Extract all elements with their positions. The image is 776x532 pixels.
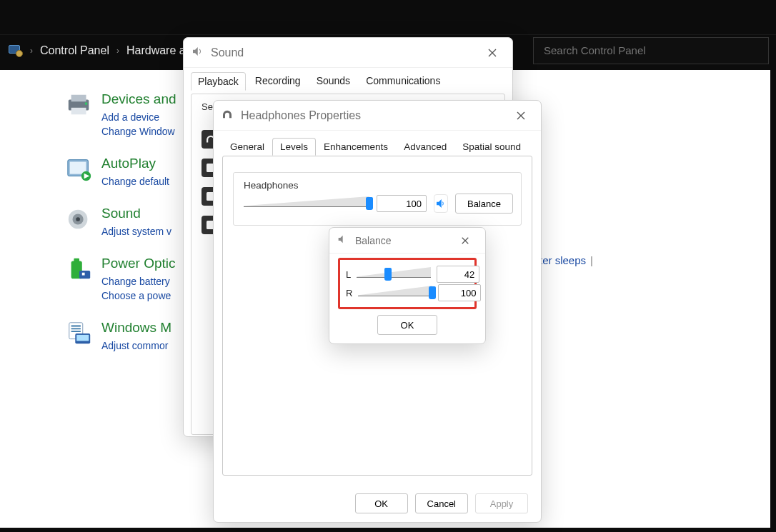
balance-icon	[337, 234, 348, 247]
svg-rect-12	[74, 259, 79, 262]
category-link[interactable]: Adjust commor	[101, 338, 171, 353]
category-title[interactable]: Devices and	[101, 91, 176, 107]
slider-thumb[interactable]	[384, 268, 392, 281]
printer-icon	[66, 91, 93, 119]
close-button[interactable]	[508, 104, 534, 127]
balance-right-row: R	[346, 284, 470, 301]
tab-sounds[interactable]: Sounds	[310, 72, 357, 91]
close-button[interactable]	[452, 229, 478, 252]
left-label: L	[346, 269, 351, 280]
category-link[interactable]: Add a device	[101, 110, 176, 124]
svg-rect-2	[71, 108, 86, 115]
mobility-icon	[66, 320, 93, 347]
slider-thumb[interactable]	[429, 286, 436, 299]
dialog-title: Headphones Properties	[241, 109, 361, 122]
chevron-right-icon: ›	[30, 46, 33, 56]
close-button[interactable]	[479, 41, 505, 64]
tab-recording[interactable]: Recording	[249, 72, 307, 91]
category-title[interactable]: Power Optic	[101, 256, 175, 271]
tab-enhancements[interactable]: Enhancements	[316, 138, 396, 156]
speaker-icon	[66, 206, 93, 233]
balance-right-slider[interactable]	[358, 284, 432, 301]
link-text[interactable]: ter sleeps	[539, 254, 586, 266]
battery-icon	[66, 256, 93, 283]
dialog-title: Sound	[211, 46, 244, 59]
partially-hidden-link: ter sleeps |	[539, 254, 593, 266]
category-link[interactable]: Choose a powe	[101, 288, 175, 303]
tab-levels[interactable]: Levels	[272, 138, 316, 156]
balance-left-slider[interactable]	[357, 266, 431, 283]
balance-button[interactable]: Balance	[455, 194, 513, 214]
right-label: R	[346, 288, 352, 298]
balance-dialog: Balance L R OK	[329, 227, 486, 344]
levels-group-label: Headphones	[244, 180, 511, 191]
tab-spatial-sound[interactable]: Spatial sound	[454, 138, 529, 156]
svg-point-10	[76, 217, 80, 221]
category-link[interactable]: Change default	[101, 174, 169, 189]
levels-group: Headphones Balance	[233, 172, 522, 226]
slider-thumb[interactable]	[366, 197, 373, 210]
balance-left-value[interactable]	[437, 266, 479, 283]
dialog-title: Balance	[355, 235, 392, 246]
category-link[interactable]: Adjust system v	[101, 224, 171, 239]
svg-rect-16	[76, 335, 89, 341]
volume-slider[interactable]	[244, 195, 369, 212]
tab-advanced[interactable]: Advanced	[396, 138, 454, 156]
properties-tabs: General Levels Enhancements Advanced Spa…	[214, 131, 541, 156]
breadcrumb-root[interactable]: Control Panel	[40, 44, 109, 57]
ok-button[interactable]: OK	[355, 493, 408, 513]
volume-value[interactable]	[377, 195, 427, 212]
cancel-button[interactable]: Cancel	[415, 493, 468, 513]
svg-point-3	[85, 102, 88, 105]
balance-left-row: L	[346, 266, 470, 283]
tab-playback[interactable]: Playback	[191, 72, 246, 91]
category-link[interactable]: Change battery	[101, 274, 175, 288]
chevron-right-icon: ›	[116, 46, 119, 56]
category-title[interactable]: Windows M	[101, 320, 171, 336]
tab-communications[interactable]: Communications	[359, 72, 447, 91]
sound-icon	[191, 45, 204, 61]
tab-general[interactable]: General	[222, 138, 272, 156]
category-title[interactable]: Sound	[101, 206, 171, 221]
category-title[interactable]: AutoPlay	[101, 156, 169, 171]
headphones-icon	[221, 108, 234, 124]
balance-right-value[interactable]	[438, 284, 481, 301]
mute-toggle[interactable]	[434, 194, 448, 213]
autoplay-icon	[66, 156, 93, 183]
category-link[interactable]: Change Window	[101, 124, 176, 139]
control-panel-icon	[7, 45, 23, 56]
search-input[interactable]	[542, 44, 760, 57]
sound-tabs: Playback Recording Sounds Communications	[184, 68, 512, 91]
search-box[interactable]	[533, 37, 769, 64]
ok-button[interactable]: OK	[377, 315, 437, 335]
highlight-annotation: L R	[338, 258, 477, 309]
dialog-buttons: OK Cancel Apply	[214, 493, 541, 513]
apply-button: Apply	[475, 493, 528, 513]
svg-rect-1	[71, 95, 86, 102]
